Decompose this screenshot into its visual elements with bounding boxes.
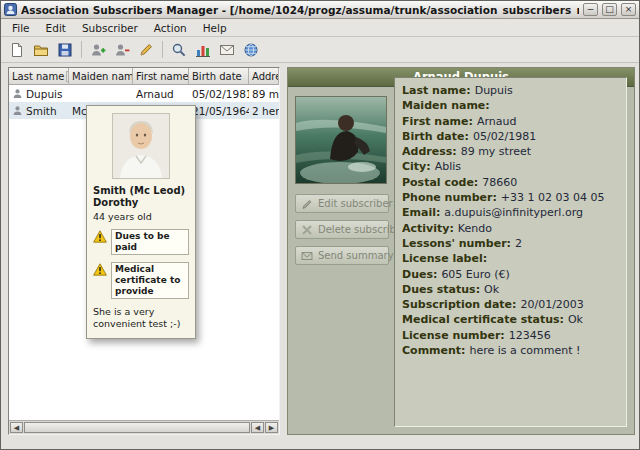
field-label: Maiden name: xyxy=(402,99,490,112)
cell-text: 05/02/1981 xyxy=(192,88,249,100)
minimize-button[interactable]: − xyxy=(583,3,598,16)
column-label: Address xyxy=(252,71,279,82)
button-label: Delete subscriber xyxy=(318,224,406,235)
field-label: City: xyxy=(402,160,431,173)
toolbar-separator xyxy=(81,41,82,58)
new-file-icon xyxy=(9,42,25,58)
subscriber-tooltip: Smith (Mc Leod) Dorothy 44 years old Due… xyxy=(86,105,196,339)
scroll-left-button-alt[interactable]: ◀ xyxy=(251,422,264,433)
field-label: Medical certificate status: xyxy=(402,313,564,326)
field-value: +33 1 02 03 04 05 xyxy=(501,191,605,204)
delete-subscriber-button[interactable] xyxy=(111,39,133,60)
column-header-maiden-name[interactable]: Maiden name xyxy=(69,68,133,85)
menu-subscriber[interactable]: Subscriber xyxy=(74,20,146,36)
cell-address: 2 her str xyxy=(249,102,279,119)
menu-file[interactable]: File xyxy=(4,20,38,36)
delete-icon xyxy=(301,224,313,236)
toolbar-separator xyxy=(162,41,163,58)
edit-subscriber-button[interactable]: Edit subscriber xyxy=(295,194,389,213)
field-label: Postal code: xyxy=(402,176,478,189)
titlebar[interactable]: Association Subscribers Manager - [/home… xyxy=(1,1,639,19)
field-value: 123456 xyxy=(509,329,551,342)
field-license-number: License number:123456 xyxy=(402,328,619,343)
field-value: 605 Euro (€) xyxy=(441,268,510,281)
new-file-button[interactable] xyxy=(6,39,28,60)
close-button[interactable]: × xyxy=(621,3,636,16)
mail-button[interactable] xyxy=(216,39,238,60)
table-row-dupuis[interactable]: Dupuis Arnaud 05/02/1981 89 my st xyxy=(9,85,279,102)
field-birth-date: Birth date:05/02/1981 xyxy=(402,129,619,144)
column-header-last-name[interactable]: Last name ▾ xyxy=(9,68,69,85)
scrollbar-thumb[interactable] xyxy=(24,422,250,433)
edit-subscriber-icon xyxy=(138,42,154,58)
add-subscriber-icon xyxy=(90,42,106,58)
warning-icon xyxy=(93,263,107,276)
scroll-right-button[interactable]: ▶ xyxy=(265,422,278,433)
field-last-name: Last name:Dupuis xyxy=(402,83,619,98)
menu-help[interactable]: Help xyxy=(195,20,235,36)
field-value: a.dupuis@infinityperl.org xyxy=(444,206,583,219)
field-postal-code: Postal code:78660 xyxy=(402,175,619,190)
delete-subscriber-icon xyxy=(114,42,130,58)
subscriber-icon xyxy=(12,105,23,116)
menu-edit[interactable]: Edit xyxy=(38,20,74,36)
field-first-name: First name:Arnaud xyxy=(402,114,619,129)
field-license-label: License label: xyxy=(402,251,619,266)
field-label: Birth date: xyxy=(402,130,469,143)
field-label: License number: xyxy=(402,329,505,342)
edit-icon xyxy=(301,198,313,210)
maximize-button[interactable]: □ xyxy=(602,3,617,16)
field-subscription-date: Subscription date:20/01/2003 xyxy=(402,297,619,312)
column-header-address[interactable]: Address xyxy=(249,68,279,85)
field-value: 78660 xyxy=(482,176,517,189)
warning-text: Medical certificate to provide xyxy=(111,262,189,299)
field-label: License label: xyxy=(402,252,487,265)
field-value: Ok xyxy=(484,283,499,296)
menu-action[interactable]: Action xyxy=(146,20,195,36)
cell-birth-date: 05/02/1981 xyxy=(189,85,249,102)
field-value: Dupuis xyxy=(475,84,513,97)
cell-text: Dupuis xyxy=(26,88,62,100)
tooltip-firstname: Dorothy xyxy=(93,197,189,209)
search-icon xyxy=(171,42,187,58)
delete-subscriber-button[interactable]: Delete subscriber xyxy=(295,220,389,239)
column-label: Last name xyxy=(12,71,64,82)
field-value: 89 my street xyxy=(461,145,531,158)
cell-text: 2 her str xyxy=(252,105,279,117)
warning-text: Dues to be paid xyxy=(111,229,189,255)
cell-first-name: Arnaud xyxy=(133,85,189,102)
cell-text: 89 my st xyxy=(252,88,279,100)
cell-text: Arnaud xyxy=(136,88,174,100)
search-button[interactable] xyxy=(168,39,190,60)
subscriber-fields: Last name:Dupuis Maiden name: First name… xyxy=(394,77,627,427)
edit-subscriber-tool-button[interactable] xyxy=(135,39,157,60)
scroll-left-button[interactable]: ◀ xyxy=(10,422,23,433)
field-label: Comment: xyxy=(402,344,466,357)
mail-icon xyxy=(219,42,235,58)
field-value: Ablis xyxy=(435,160,461,173)
add-subscriber-button[interactable] xyxy=(87,39,109,60)
open-file-button[interactable] xyxy=(30,39,52,60)
tooltip-age: 44 years old xyxy=(93,211,189,222)
tooltip-warning-certificate: Medical certificate to provide xyxy=(93,262,189,299)
send-summary-button[interactable]: Send summary xyxy=(295,246,389,265)
save-file-button[interactable] xyxy=(54,39,76,60)
field-address: Address:89 my street xyxy=(402,144,619,159)
chart-button[interactable] xyxy=(192,39,214,60)
field-label: Activity: xyxy=(402,222,454,235)
window-title: Association Subscribers Manager - [/home… xyxy=(21,4,579,16)
send-icon xyxy=(301,250,313,262)
column-label: First name xyxy=(136,71,189,82)
column-header-birth-date[interactable]: Birth date xyxy=(189,68,249,85)
field-email: Email:a.dupuis@infinityperl.org xyxy=(402,205,619,220)
cell-last-name: Smith xyxy=(9,102,69,119)
field-comment: Comment:here is a comment ! xyxy=(402,343,619,358)
app-icon xyxy=(4,3,17,16)
horizontal-scrollbar[interactable]: ◀ ◀ ▶ xyxy=(9,420,279,434)
field-label: Lessons' number: xyxy=(402,237,511,250)
cell-maiden-name xyxy=(69,85,133,102)
globe-button[interactable] xyxy=(240,39,262,60)
column-label: Birth date xyxy=(192,71,242,82)
field-label: Dues status: xyxy=(402,283,480,296)
column-header-first-name[interactable]: First name xyxy=(133,68,189,85)
